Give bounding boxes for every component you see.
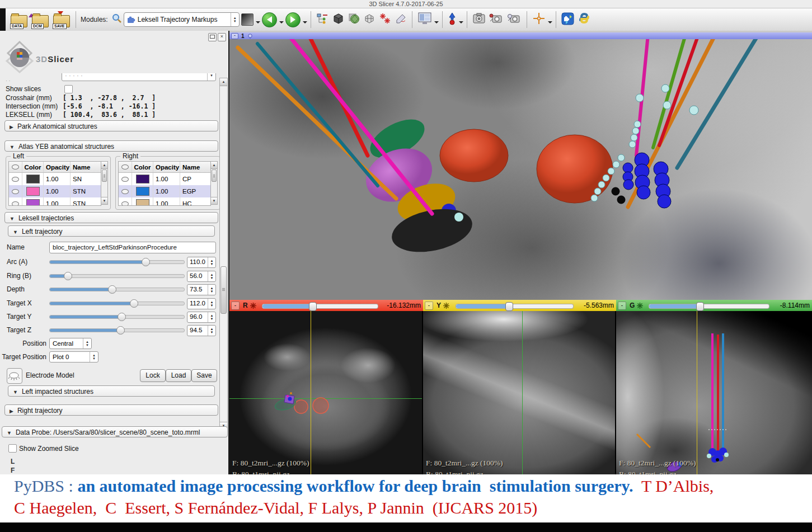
depth-spinbox[interactable]: 73.5▲▼ <box>187 284 216 295</box>
history-caret-icon[interactable] <box>256 21 260 26</box>
save-electrode-button[interactable]: Save <box>191 369 217 382</box>
mesh-module-icon[interactable] <box>363 12 376 27</box>
slider-handle[interactable] <box>696 302 704 311</box>
color-swatch[interactable] <box>26 199 40 206</box>
ring-spinbox[interactable]: 56.0▲▼ <box>187 271 216 282</box>
table-row[interactable]: 1.00 CP <box>119 173 210 185</box>
slider-handle[interactable] <box>142 258 150 266</box>
red-structure-right[interactable] <box>537 135 613 203</box>
pin-icon[interactable] <box>247 33 253 39</box>
scroll-up-icon[interactable]: ▲ <box>101 162 107 169</box>
position-combobox[interactable]: Central ▲▼ <box>49 338 92 349</box>
color-swatch[interactable] <box>136 175 149 183</box>
table-scrollbar[interactable]: ▲ ▼ <box>101 161 108 205</box>
visibility-icon[interactable] <box>121 177 129 182</box>
scene-view-restore-button[interactable] <box>507 12 522 27</box>
visibility-icon[interactable] <box>121 189 129 194</box>
color-swatch[interactable] <box>26 187 40 196</box>
visibility-icon[interactable] <box>12 177 19 182</box>
module-selector[interactable]: Leksell Trajectory Markups ▲▼ <box>124 12 240 27</box>
spin-arrows-icon[interactable]: ▲▼ <box>208 271 215 281</box>
show-zoomed-slice-checkbox[interactable] <box>8 444 17 453</box>
scene-view-capture-button[interactable] <box>489 12 504 27</box>
table-row[interactable]: 1.00 SN <box>9 173 101 185</box>
table-row[interactable]: 1.00 HC <box>119 197 210 206</box>
yellow-slice-view[interactable]: F: 80_t2mri_...gz (100%) B: 80_t1mri_nii… <box>423 311 616 475</box>
slider-handle[interactable] <box>309 302 317 311</box>
park-structures-section[interactable]: ▶Park Anatomical structures <box>4 120 218 131</box>
volume-module-icon[interactable] <box>332 12 344 27</box>
scroll-thumb[interactable] <box>220 266 227 314</box>
crosshair-caret-icon[interactable] <box>548 21 552 26</box>
spin-arrows-icon[interactable]: ▲▼ <box>208 312 215 322</box>
scroll-up-icon[interactable]: ▲ <box>211 162 217 169</box>
target-z-slider[interactable] <box>49 328 185 332</box>
load-button[interactable]: Load <box>166 369 191 382</box>
red-slice-offset-slider[interactable] <box>262 304 378 309</box>
screenshot-button[interactable] <box>472 12 486 27</box>
electrode-visibility-button[interactable] <box>7 368 22 384</box>
red-slice-view[interactable]: F: 80_t2mri_...gz (100%) B: 80_t1mri_nii… <box>229 311 423 475</box>
data-probe-section[interactable]: ▼Data Probe: /Users/Sara/80/slicer_scene… <box>2 426 228 437</box>
markups-module-icon[interactable] <box>379 12 391 27</box>
green-slice-view[interactable]: F: 80_t2mri_...gz (100%) B: 80_t1mri_nii… <box>616 311 812 475</box>
toolbar-drag-handle[interactable] <box>0 8 6 31</box>
module-search-icon[interactable] <box>112 13 122 26</box>
target-z-spinbox[interactable]: 94.5▲▼ <box>187 325 216 336</box>
depth-slider[interactable] <box>49 288 185 291</box>
target-position-combobox[interactable]: Plot 0 ▲▼ <box>49 351 98 362</box>
extensions-manager-button[interactable] <box>561 12 574 27</box>
slider-handle[interactable] <box>118 313 126 321</box>
collapse-view-button[interactable]: - <box>231 33 238 39</box>
undock-panel-button[interactable] <box>208 33 217 41</box>
models-module-icon[interactable] <box>348 12 360 27</box>
atlas-yeb-section[interactable]: ▼Atlas YEB anatomical structures <box>4 140 218 152</box>
module-history-icon[interactable] <box>241 13 254 26</box>
slider-handle[interactable] <box>116 326 125 335</box>
green-slice-visibility-icon[interactable] <box>637 303 643 309</box>
scroll-thumb[interactable] <box>102 170 107 182</box>
target-x-slider[interactable] <box>49 302 185 305</box>
threed-view[interactable] <box>229 39 812 300</box>
spin-arrows-icon[interactable]: ▲▼ <box>208 257 215 267</box>
crosshair-button[interactable] <box>532 12 546 27</box>
visibility-icon[interactable] <box>12 201 19 206</box>
color-swatch[interactable] <box>26 175 40 183</box>
show-slices-checkbox[interactable] <box>64 85 73 93</box>
python-console-button[interactable] <box>578 12 591 27</box>
subject-hierarchy-icon[interactable] <box>316 12 328 27</box>
target-x-spinbox[interactable]: 112.0▲▼ <box>187 298 216 309</box>
arc-slider[interactable] <box>49 260 185 264</box>
yellow-slice-visibility-icon[interactable] <box>443 303 449 309</box>
mouse-mode-marker-icon[interactable] <box>448 12 457 27</box>
yellow-slice-offset-slider[interactable] <box>456 304 574 309</box>
color-swatch[interactable] <box>136 199 149 206</box>
trajectory-combobox[interactable]: · · · · · ▼ <box>62 73 216 81</box>
color-swatch[interactable] <box>136 187 149 196</box>
green-slice-offset-slider[interactable] <box>649 304 769 309</box>
spin-arrows-icon[interactable]: ▲▼ <box>208 299 215 309</box>
right-trajectory-section[interactable]: ▶Right trajectory <box>4 404 218 416</box>
forward-caret-icon[interactable] <box>303 21 307 26</box>
leksell-trajectories-section[interactable]: ▼Leksell trajectories <box>4 212 218 223</box>
collapse-green-slice-button[interactable]: - <box>618 302 626 310</box>
layout-caret-icon[interactable] <box>434 21 439 26</box>
left-impacted-section[interactable]: ▼Left impacted structures <box>8 385 215 397</box>
left-trajectory-section[interactable]: ▼Left trajectory <box>8 225 215 237</box>
back-caret-icon[interactable] <box>279 21 284 26</box>
visibility-icon[interactable] <box>12 189 19 194</box>
red-structure-left[interactable] <box>440 129 508 182</box>
scroll-thumb[interactable] <box>212 170 217 182</box>
mouse-mode-caret-icon[interactable] <box>459 21 463 26</box>
save-button[interactable]: SAVE <box>52 10 71 29</box>
table-row-selected[interactable]: 1.00 EGP <box>119 185 210 197</box>
left-structures-table[interactable]: Color Opacity Name 1.00 SN 1.00 STN <box>8 161 101 206</box>
close-panel-button[interactable]: × <box>218 33 226 41</box>
arc-spinbox[interactable]: 110.0▲▼ <box>187 257 216 268</box>
target-y-spinbox[interactable]: 96.0▲▼ <box>187 312 216 323</box>
target-y-slider[interactable] <box>49 315 185 319</box>
module-forward-button[interactable] <box>285 12 301 27</box>
layout-selector-icon[interactable] <box>417 12 432 27</box>
slider-handle[interactable] <box>130 299 138 308</box>
table-row-selected[interactable]: 1.00 STN <box>9 185 101 197</box>
